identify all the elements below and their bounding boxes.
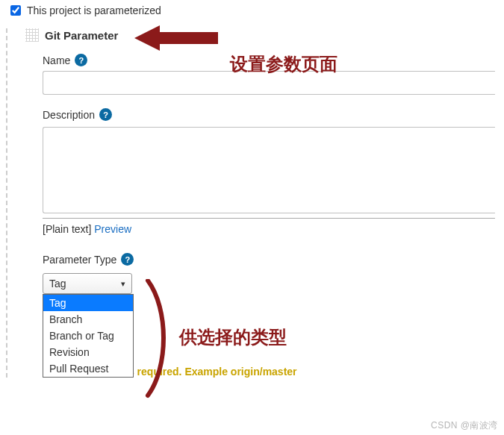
option-revision[interactable]: Revision [43,344,133,360]
name-label: Name [43,54,70,66]
help-icon[interactable]: ? [99,108,112,121]
plain-text-label: [Plain text] [43,223,91,235]
parameterized-checkbox[interactable] [10,5,21,16]
option-branch-or-tag[interactable]: Branch or Tag [43,328,133,344]
description-label: Description [43,109,95,121]
help-icon[interactable]: ? [121,253,134,266]
drag-handle-icon[interactable] [25,28,39,42]
watermark: CSDN @南波湾 [431,419,498,432]
select-value: Tag [49,278,66,290]
parameter-type-dropdown: Tag Branch Branch or Tag Revision Pull R… [43,294,134,378]
help-icon[interactable]: ? [75,54,87,66]
parameter-type-select[interactable]: Tag ▾ [43,273,132,294]
parameterized-label: This project is parameterized [27,4,161,16]
description-textarea[interactable] [43,127,495,213]
preview-link[interactable]: Preview [94,223,131,235]
parameter-type-label: Parameter Type [43,254,116,266]
name-input[interactable] [43,71,495,95]
block-title: Git Parameter [45,29,118,42]
textarea-resize-handle[interactable] [43,214,495,219]
option-pull-request[interactable]: Pull Request [43,360,133,377]
option-branch[interactable]: Branch [43,311,133,328]
chevron-down-icon: ▾ [121,279,125,289]
option-tag[interactable]: Tag [43,295,133,311]
